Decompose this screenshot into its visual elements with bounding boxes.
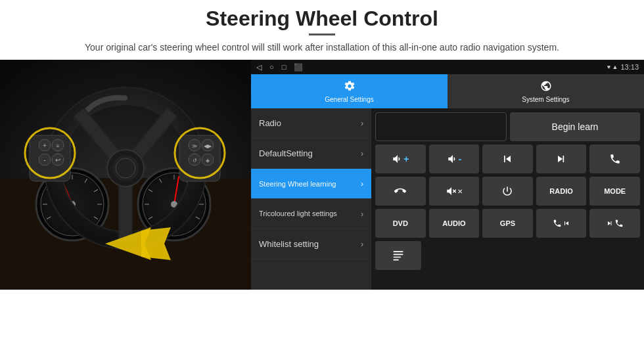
svg-text:≫: ≫ [192,143,197,149]
mode-button[interactable]: MODE [589,177,640,206]
status-bar: ◁ ○ □ ⬛ ♥ ▲ 13:13 [251,60,644,74]
svg-point-37 [112,155,139,181]
radio-btn-label: RADIO [549,187,572,195]
gps-button[interactable]: GPS [482,209,533,238]
default-chevron-icon: › [361,149,363,158]
tab-system-label: System Settings [522,96,569,103]
menu-item-default-label: DefaultSetting [259,148,313,158]
next-track-button[interactable] [536,145,587,173]
system-settings-icon [540,80,552,95]
svg-text:↺: ↺ [193,158,197,164]
dvd-label: DVD [393,219,408,227]
audio-button[interactable]: AUDIO [429,209,480,238]
prev-track-button[interactable] [482,145,533,173]
menu-item-default-setting[interactable]: DefaultSetting › [251,139,371,169]
svg-text:-: - [43,156,45,164]
svg-rect-63 [394,257,402,258]
recents-icon[interactable]: □ [282,63,287,71]
phone-button[interactable] [589,145,640,173]
volume-up-button[interactable]: + [375,145,426,173]
menu-item-whitelist[interactable]: Whitelist setting › [251,229,371,259]
svg-rect-62 [394,254,403,256]
tab-general-label: General Settings [325,96,374,103]
menu-item-steering-label: Steering Wheel learning [259,180,336,188]
mode-btn-label: MODE [604,187,626,195]
learn-input-field [375,112,507,141]
title-divider [309,33,335,35]
power-button[interactable] [482,177,533,206]
tab-bar: General Settings System Settings [251,74,644,108]
call-next-button[interactable] [589,209,640,238]
svg-text:+: + [43,142,47,149]
svg-rect-64 [394,259,399,261]
android-ui: ◁ ○ □ ⬛ ♥ ▲ 13:13 General Settings [251,60,644,290]
tab-system[interactable]: System Settings [448,74,644,108]
menu-item-tricoloured-label: Tricoloured light settings [259,210,337,218]
mute-button[interactable]: ✕ [429,177,480,206]
tricoloured-chevron-icon: › [361,210,363,219]
hang-up-button[interactable] [375,177,426,206]
menu-item-tricoloured[interactable]: Tricoloured light settings › [251,199,371,229]
steering-chevron-icon: › [361,179,363,189]
controls-row-5 [375,241,640,270]
gps-label: GPS [500,219,515,227]
menu-item-radio-label: Radio [259,118,281,128]
back-icon[interactable]: ◁ [256,63,262,72]
radio-chevron-icon: › [361,119,363,128]
volume-down-button[interactable]: - [429,145,480,173]
device-area: + ≡ - ↩ ≫ ◀▶ ↺ ◈ [0,60,644,290]
svg-line-59 [453,190,456,193]
list-menu-button[interactable] [375,241,421,270]
general-settings-icon [344,80,356,95]
clock: 13:13 [620,63,639,71]
call-prev-button[interactable] [536,209,587,238]
page-subtitle: Your original car's steering wheel contr… [39,41,605,55]
menu-list: Radio › DefaultSetting › Steering Wheel … [251,108,371,290]
vol-up-label: + [403,154,409,164]
controls-row-1: Begin learn [375,112,640,141]
controls-row-3: ✕ RADIO MODE [375,177,640,206]
controls-row-4: DVD AUDIO GPS [375,209,640,238]
content-area: Radio › DefaultSetting › Steering Wheel … [251,108,644,290]
svg-line-60 [453,190,456,193]
svg-rect-61 [394,251,403,252]
controls-row-2: + - [375,145,640,173]
signal-icon: ♥ ▲ [607,64,618,70]
svg-text:≡: ≡ [57,143,60,149]
header-section: Steering Wheel Control Your original car… [0,0,644,60]
screenshot-icon[interactable]: ⬛ [294,63,303,72]
menu-item-whitelist-label: Whitelist setting [259,239,319,249]
whitelist-chevron-icon: › [361,240,363,249]
begin-learn-button[interactable]: Begin learn [510,112,640,141]
nav-icons: ◁ ○ □ ⬛ [256,63,303,72]
vol-down-label: - [459,154,462,164]
home-icon[interactable]: ○ [269,63,274,71]
svg-text:◈: ◈ [206,158,210,164]
controls-panel: Begin learn + - [371,108,644,290]
tab-general[interactable]: General Settings [251,74,448,108]
menu-item-steering-wheel[interactable]: Steering Wheel learning › [251,169,371,199]
status-right: ♥ ▲ 13:13 [607,63,639,71]
mute-x-label: ✕ [457,188,463,195]
svg-text:◀▶: ◀▶ [204,143,212,149]
page-title: Steering Wheel Control [39,7,605,31]
dvd-button[interactable]: DVD [375,209,426,238]
steering-wheel-image: + ≡ - ↩ ≫ ◀▶ ↺ ◈ [0,60,251,290]
menu-item-radio[interactable]: Radio › [251,108,371,139]
radio-text-button[interactable]: RADIO [536,177,587,206]
audio-label: AUDIO [442,219,465,227]
svg-text:↩: ↩ [55,156,60,164]
